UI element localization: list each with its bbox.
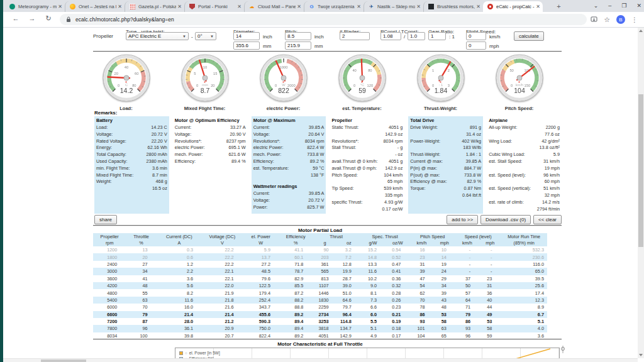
legend-toggle-icon[interactable]: ○ [185,351,187,355]
download-csv-button[interactable]: Download .csv (0) [480,215,531,224]
table-cell: 17.4 [501,289,547,296]
flight-kmh-input[interactable] [466,32,486,40]
calculate-button[interactable]: calculate [514,31,544,41]
browser-tab[interactable]: Gazeta.pl - Polska i św✕ [125,1,184,12]
remarks-value: 142.9 oz [385,165,402,172]
table-cell: 21.6 [202,304,242,310]
table-cell: 78.7 [279,268,312,275]
table-cell: 22.1 [202,268,242,275]
tab-close-icon[interactable]: ✕ [536,4,540,9]
table-cell: 252.4 [243,297,279,304]
remarks-row: P(out) @ max:733.8 W [410,172,481,179]
horizontal-scrollbar[interactable] [3,358,638,362]
screen: Meteorogramy - mete✕Onet – Jesteś na bie… [0,0,644,362]
url-bar[interactable]: ecalc.ch/motorcalc.php?dualsky&lang=en [60,14,587,25]
remarks-row: Drive Weight:891 g [410,124,481,131]
close-icon[interactable]: ✕ [636,0,641,12]
tab-close-icon[interactable]: ✕ [237,4,242,9]
table-cell: 5.1 [360,325,386,332]
scroll-down-icon[interactable] [639,354,643,356]
tab-close-icon[interactable]: ✕ [177,4,182,9]
remarks-column-airplane: AirplaneAll-up Weight:2200 g77.6 ozWing … [487,116,562,214]
browser-tab[interactable]: eCalc - propCalc - the✕ [483,1,543,12]
table-cell: - [479,253,501,260]
menu-dots-icon[interactable]: ⋮ [631,16,638,23]
diameter-inch-input[interactable] [233,32,260,40]
blades-input[interactable] [340,32,370,40]
pitch-mm-input[interactable] [285,41,311,50]
section-divider [93,339,562,340]
back-icon[interactable]: ← [11,14,21,22]
pitch-inch-input[interactable] [285,32,311,40]
tab-close-icon[interactable]: ✕ [118,4,122,9]
vertical-scrollbar-thumb[interactable] [638,94,643,247]
browser-tab[interactable]: Onet – Jesteś na bieżą✕ [65,1,125,12]
svg-text:0: 0 [432,84,434,87]
tab-search-icon[interactable]: ⌄ [594,0,599,12]
yoke-twist-select[interactable]: 0°▼ [195,32,216,40]
minimize-icon[interactable]: – [608,0,611,12]
browser-tab[interactable]: Meteorogramy - mete✕ [5,1,65,12]
remarks-row: Mixed Flight Time:8.7 min [96,172,167,179]
legend-item[interactable]: ○el. Power [in 5W] [179,350,220,356]
scroll-up-icon[interactable] [639,30,643,32]
table-cell: 0.32 [386,282,409,289]
remarks-value: 33.27 A [230,124,246,131]
remarks-value: 4.93 g/W [384,199,402,206]
browser-tab[interactable]: Portal - Pionki✕ [184,1,244,12]
svg-text:0: 0 [196,84,198,87]
svg-text:5: 5 [194,72,196,75]
remarks-value: 695.1 W [228,145,245,151]
reload-icon[interactable]: ↻ [43,14,53,23]
tab-close-icon[interactable]: ✕ [416,4,421,9]
table-cell: 2400 [93,261,126,268]
tab-close-icon[interactable]: ✕ [357,4,361,9]
remarks-row: specific Thrust:4.93 g/W [331,199,402,206]
table-cell: - [455,261,479,268]
table-cell: 8.9 [501,304,547,310]
browser-tab[interactable]: ☁Cloud Mail – Panel log✕ [244,1,304,12]
tab-close-icon[interactable]: ✕ [58,4,62,9]
remarks-row: Current:39.85 A [253,190,325,197]
tconst-input[interactable] [408,32,425,40]
forward-icon[interactable]: → [27,14,37,22]
vertical-scrollbar[interactable] [638,28,644,358]
table-cell: 23 [409,253,433,260]
browser-tab[interactable]: ✈Nastik – Sklep modela✕ [364,1,423,12]
browser-tab[interactable]: GTwoje urządzenia✕ [304,1,364,12]
table-cell: 24 [434,268,455,275]
bookmark-star-icon[interactable]: ☆ [604,16,610,24]
add-to-button[interactable]: add to >> [447,215,478,224]
new-tab-button[interactable]: + [554,2,564,11]
remarks-label: Efficiency: [253,158,274,165]
install-icon[interactable] [591,16,597,23]
remarks-label: Thrust-Weight: [410,151,440,158]
pconst-input[interactable] [380,32,401,40]
table-cell: 39 [409,268,433,275]
table-cell: 25.6 [501,282,547,289]
remarks-heading: Wattmeter readings [253,184,325,190]
profile-avatar[interactable]: B [616,15,625,24]
horizontal-scrollbar-thumb[interactable] [41,359,86,362]
clear-button[interactable]: << clear [533,215,562,224]
remarks-row: 31.4 oz [410,131,481,138]
propeller-type-select[interactable]: APC Electric E▼ [126,32,189,40]
maximize-icon[interactable]: ❐ [621,0,626,12]
table-cell: 93 [455,325,479,332]
flight-mph-input[interactable] [466,41,486,50]
table-cell: 114.8 [338,318,360,325]
browser-tab[interactable]: Brushless motors, ESC✕ [423,1,483,12]
remarks-label: Current: [175,124,191,131]
table-cell: 203 [312,253,337,260]
table-cell: 22.2 [202,253,242,260]
svg-text:0: 0 [275,84,277,87]
share-button[interactable]: share [94,215,117,224]
table-cell: 0.52 [386,253,409,260]
type-dash: - [191,34,193,40]
tab-close-icon[interactable]: ✕ [476,4,480,9]
diameter-mm-input[interactable] [233,41,260,50]
table-row: 3600413.622.179.682.981328.710.20.364729… [93,275,547,282]
gear-ratio-input[interactable] [428,32,446,40]
tab-close-icon[interactable]: ✕ [297,4,301,9]
remarks-row: Weight:468 g [96,178,167,185]
